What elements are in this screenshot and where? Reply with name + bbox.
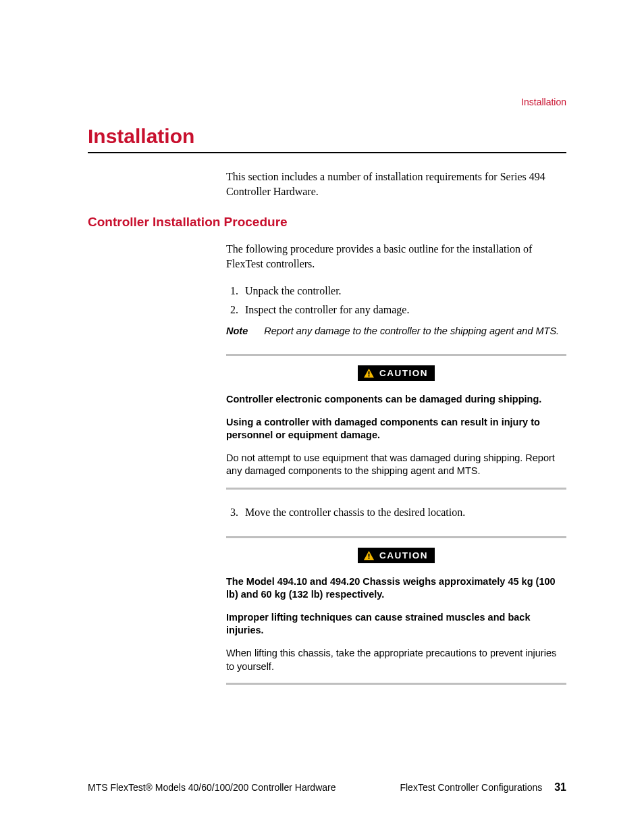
procedure-intro: The following procedure provides a basic… (226, 242, 566, 272)
note-text: Report any damage to the controller to t… (264, 325, 559, 336)
footer-section: FlexTest Controller Configurations (400, 782, 542, 793)
step-item: Inspect the controller for any damage. (241, 302, 566, 319)
callout-top-rule (226, 354, 566, 356)
content-area: This section includes a number of instal… (88, 170, 566, 773)
svg-rect-2 (369, 554, 370, 557)
svg-rect-0 (369, 371, 370, 375)
section-heading: Controller Installation Procedure (88, 215, 566, 230)
svg-rect-1 (369, 375, 370, 377)
callout-top-rule (226, 536, 566, 538)
caution-label: CAUTION (379, 550, 428, 561)
caution-bold-text: Using a controller with damaged componen… (226, 416, 566, 442)
step-item: Move the controller chassis to the desir… (241, 504, 566, 521)
warning-triangle-icon (363, 368, 375, 378)
footer-right: FlexTest Controller Configurations 31 (400, 781, 566, 793)
note-block: Note Report any damage to the controller… (226, 325, 566, 336)
caution-badge: CAUTION (358, 548, 435, 563)
step-list-b: Move the controller chassis to the desir… (241, 504, 566, 521)
caution-body-text: When lifting this chassis, take the appr… (226, 647, 566, 673)
page-number: 31 (554, 781, 566, 793)
title-rule (88, 152, 566, 153)
note-label: Note (226, 325, 248, 336)
step-list-a: Unpack the controller. Inspect the contr… (241, 283, 566, 319)
caution-bold-text: The Model 494.10 and 494.20 Chassis weig… (226, 575, 566, 602)
caution-badge-wrap: CAUTION (226, 548, 566, 563)
step-item: Unpack the controller. (241, 283, 566, 300)
caution-label: CAUTION (379, 368, 428, 378)
warning-triangle-icon (363, 550, 375, 561)
svg-rect-3 (369, 557, 370, 558)
page-footer: MTS FlexTest® Models 40/60/100/200 Contr… (88, 773, 566, 793)
callout-bottom-rule (226, 683, 566, 685)
page-title: Installation (88, 125, 566, 148)
intro-paragraph: This section includes a number of instal… (226, 170, 566, 200)
footer-left: MTS FlexTest® Models 40/60/100/200 Contr… (88, 782, 400, 793)
caution-badge: CAUTION (358, 365, 435, 381)
page-content: Installation Installation This section i… (0, 0, 644, 834)
running-header: Installation (521, 97, 566, 107)
caution-body-text: Do not attempt to use equipment that was… (226, 452, 566, 478)
callout-bottom-rule (226, 488, 566, 490)
caution-badge-wrap: CAUTION (226, 365, 566, 381)
caution-bold-text: Improper lifting techniques can cause st… (226, 611, 566, 637)
caution-bold-text: Controller electronic components can be … (226, 393, 566, 407)
